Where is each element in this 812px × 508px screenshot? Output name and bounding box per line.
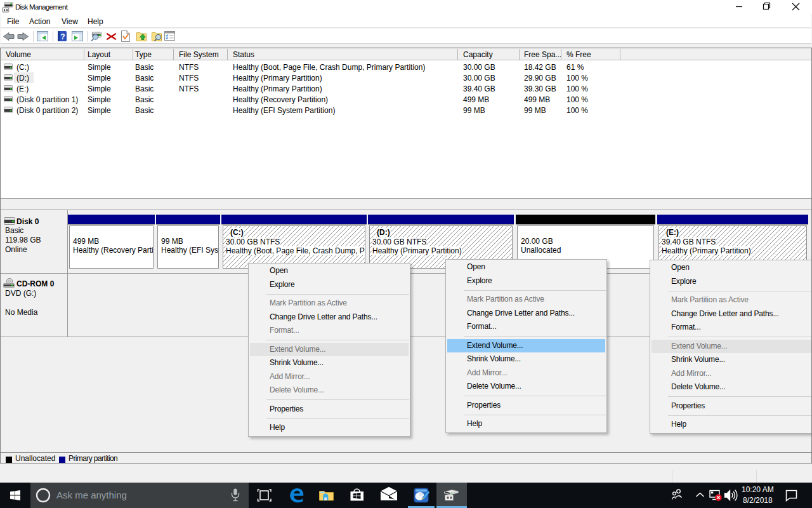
svg-text:?: ? (60, 32, 65, 41)
